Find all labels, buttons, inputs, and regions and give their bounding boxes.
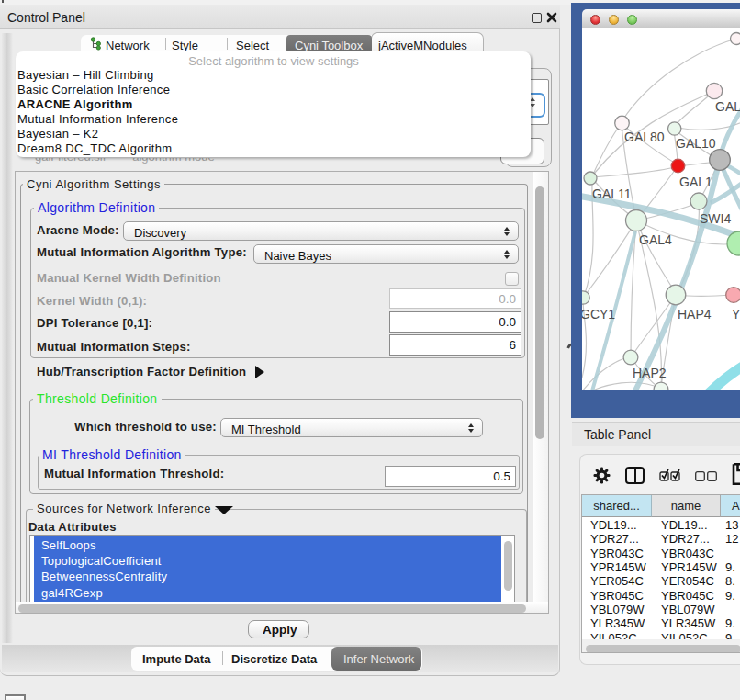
- svg-text:GAL4: GAL4: [639, 232, 672, 247]
- svg-text:SWI4: SWI4: [700, 211, 731, 226]
- svg-text:GAL1: GAL1: [679, 175, 712, 189]
- svg-text:GAL80: GAL80: [624, 130, 665, 144]
- svg-text:GAL10: GAL10: [676, 136, 716, 151]
- svg-text:Y: Y: [732, 307, 740, 322]
- svg-text:GCY1: GCY1: [582, 307, 615, 322]
- svg-text:HAP2: HAP2: [633, 366, 667, 380]
- svg-text:GAL11: GAL11: [592, 186, 632, 201]
- svg-text:HAP4: HAP4: [678, 307, 712, 322]
- svg-text:GAL: GAL: [715, 99, 740, 114]
